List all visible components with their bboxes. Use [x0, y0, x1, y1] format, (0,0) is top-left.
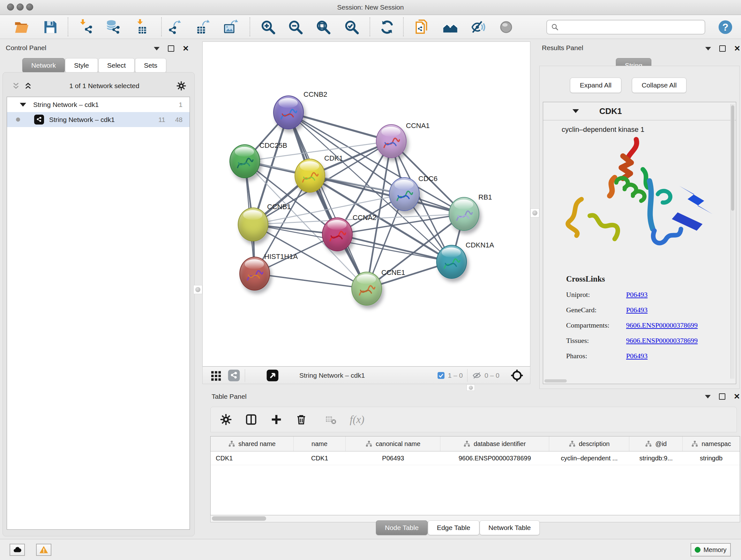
search-input[interactable] [559, 23, 697, 31]
selected-checkbox-icon [437, 371, 445, 380]
float-panel-icon[interactable] [719, 393, 725, 400]
table-options-gear-icon[interactable] [220, 414, 232, 425]
export-image-button[interactable] [222, 18, 240, 36]
column-header[interactable]: namespac [683, 436, 740, 451]
cloud-button[interactable] [10, 544, 25, 556]
float-panel-icon[interactable] [719, 45, 726, 52]
warnings-button[interactable] [36, 544, 51, 556]
network-node-CCNB2[interactable] [273, 96, 304, 129]
zoom-fit-button[interactable] [315, 18, 332, 36]
close-panel-icon[interactable]: ✕ [183, 46, 189, 51]
tab-edge-table[interactable]: Edge Table [428, 520, 479, 535]
import-table-button[interactable] [133, 18, 150, 36]
collapse-all-button[interactable]: Collapse All [632, 78, 687, 93]
close-panel-icon[interactable]: ✕ [734, 394, 740, 399]
help-button[interactable]: ? [717, 18, 734, 36]
grid-view-icon[interactable] [210, 370, 222, 381]
show-columns-icon[interactable] [245, 414, 257, 426]
table-header-row: shared name name canonical name database… [211, 436, 740, 451]
expand-all-button[interactable]: Expand All [570, 78, 621, 93]
collapse-panel-icon[interactable] [705, 47, 711, 51]
collapse-panel-icon[interactable] [705, 395, 711, 398]
network-node-label: CDC6 [418, 175, 437, 183]
collapse-panel-icon[interactable] [154, 47, 159, 51]
network-node-HIST1H1A[interactable] [239, 257, 270, 291]
table-type-tabs: Node TableEdge TableNetwork Table [376, 520, 540, 535]
left-splitter-handle[interactable] [193, 285, 202, 294]
column-header[interactable]: canonical name [346, 436, 441, 451]
network-node-CDC25B[interactable] [229, 144, 260, 178]
network-node-label: CCNB2 [304, 90, 327, 99]
string-import-button[interactable] [413, 18, 430, 36]
create-column-plus-icon[interactable] [271, 414, 282, 425]
toolbar-search[interactable] [546, 20, 705, 35]
compartments-link[interactable]: 9606.ENSP00000378699 [626, 321, 697, 329]
import-network-database-button[interactable] [105, 18, 122, 36]
tissues-link[interactable]: 9606.ENSP00000378699 [626, 336, 697, 345]
export-table-button[interactable] [195, 18, 212, 36]
hidden-counter: 0 – 0 [472, 371, 499, 380]
window-title: Session: New Session [0, 0, 741, 15]
column-header[interactable]: description [549, 436, 630, 451]
home-networks-button[interactable] [442, 18, 459, 36]
column-header[interactable]: shared name [211, 436, 293, 451]
delete-column-trash-icon[interactable] [295, 414, 307, 425]
tab-network[interactable]: Network [22, 58, 65, 73]
network-view-icon[interactable] [227, 369, 240, 382]
uniprot-link[interactable]: P06493 [626, 291, 648, 299]
network-node-CCNE1[interactable] [351, 272, 382, 306]
entry-collapse-icon[interactable] [572, 109, 579, 113]
options-gear-icon[interactable] [177, 81, 186, 91]
tab-style[interactable]: Style [65, 58, 98, 73]
function-builder-icon: f(x) [350, 414, 364, 426]
network-row-selected[interactable]: String Network – cdk1 11 48 [7, 112, 190, 127]
tab-sets[interactable]: Sets [135, 58, 166, 73]
viewbar-separator [245, 369, 245, 382]
entry-header[interactable]: CDK1 [543, 102, 736, 120]
column-header[interactable]: database identifier [441, 436, 549, 451]
birdseye-view-icon[interactable] [266, 369, 279, 382]
zoom-in-button[interactable] [259, 18, 277, 36]
crosslink-row: GeneCard: P06493 [566, 306, 697, 314]
results-vertical-scrollbar[interactable] [731, 104, 735, 379]
network-node-CDC6[interactable] [389, 177, 420, 211]
column-header[interactable]: @id [629, 436, 683, 451]
tab-node-table[interactable]: Node Table [376, 520, 428, 535]
float-panel-icon[interactable] [168, 45, 174, 52]
zoom-out-button[interactable] [287, 18, 304, 36]
close-panel-icon[interactable]: ✕ [734, 46, 740, 51]
save-session-button[interactable] [42, 18, 59, 36]
memory-button[interactable]: Memory [690, 543, 731, 557]
cloud-icon [12, 545, 22, 555]
crosshair-icon[interactable] [510, 369, 524, 382]
tab-network-table[interactable]: Network Table [480, 520, 540, 535]
collapse-all-icon[interactable] [12, 82, 20, 90]
delete-table-icon [325, 414, 336, 425]
column-header[interactable]: name [293, 436, 346, 451]
genecard-link[interactable]: P06493 [626, 306, 648, 314]
network-canvas[interactable]: CCNB2CCNA1CDC25BCDK1CDC6RB1CCNB1CCNA2CDK… [202, 42, 530, 367]
refresh-button[interactable] [379, 18, 396, 36]
expand-all-icon[interactable] [24, 82, 32, 90]
tab-select[interactable]: Select [98, 58, 135, 73]
import-network-file-button[interactable] [78, 18, 95, 36]
network-node-CCNA2[interactable] [322, 217, 353, 251]
show-graphics-details-button[interactable] [497, 18, 515, 36]
table-panel: Table Panel ✕ f(x) shared name name cano… [206, 389, 741, 537]
network-collection-row[interactable]: String Network – cdk1 1 [7, 97, 190, 112]
export-network-button[interactable] [166, 18, 184, 36]
hide-unhide-button[interactable] [470, 18, 487, 36]
network-node-CCNA1[interactable] [376, 124, 407, 158]
network-node-CDKN1A[interactable] [436, 245, 467, 279]
table-row[interactable]: CDK1 CDK1 P06493 9606.ENSP00000378699 cy… [211, 451, 740, 465]
zoom-selected-button[interactable] [343, 18, 360, 36]
network-node-RB1[interactable] [449, 197, 479, 231]
network-node-CCNB1[interactable] [238, 207, 268, 241]
pharos-link[interactable]: P06493 [626, 352, 648, 360]
results-panel-title: Results Panel [542, 44, 583, 52]
open-session-button[interactable] [13, 18, 30, 36]
results-horizontal-scrollbar[interactable] [544, 379, 567, 382]
network-node-CDK1[interactable] [294, 159, 325, 192]
node-table: shared name name canonical name database… [210, 436, 740, 515]
tree-expand-icon[interactable] [20, 103, 26, 107]
